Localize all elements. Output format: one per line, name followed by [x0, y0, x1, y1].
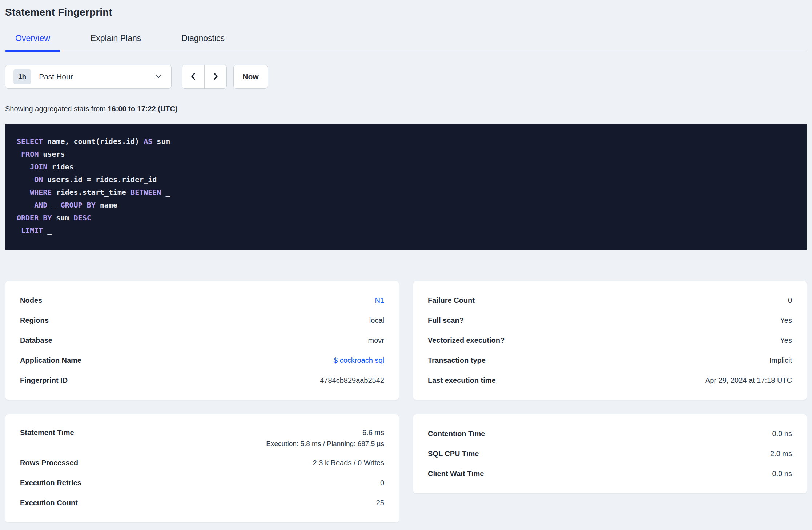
row-value-wrap: $ cockroach sql [334, 356, 384, 365]
row-label: Application Name [20, 356, 81, 365]
sql-text [17, 188, 30, 197]
row-value-wrap: Apr 29, 2024 at 17:18 UTC [705, 376, 792, 385]
row-value-wrap: 4784cb829aab2542 [320, 376, 384, 385]
row-value-wrap: 0 [788, 296, 792, 305]
sql-keyword: GROUP BY [60, 201, 95, 209]
row-value-wrap: 0 [380, 479, 384, 487]
card-statement-details: NodesN1RegionslocalDatabasemovrApplicati… [5, 281, 399, 400]
sql-text: name [96, 201, 117, 209]
next-time-button[interactable] [204, 65, 226, 88]
card-row: Vectorized execution?Yes [428, 330, 792, 350]
sql-text [17, 175, 34, 184]
sql-code-block: SELECT name, count(rides.id) AS sum FROM… [5, 124, 807, 250]
row-value: Apr 29, 2024 at 17:18 UTC [705, 376, 792, 385]
card-row: Regionslocal [20, 310, 384, 330]
cards-grid: NodesN1RegionslocalDatabasemovrApplicati… [5, 281, 807, 523]
sql-line: AND _ GROUP BY name [17, 199, 795, 212]
sql-keyword: AND [34, 201, 47, 209]
card-execution-attributes: Failure Count0Full scan?YesVectorized ex… [413, 281, 807, 400]
card-row: Client Wait Time0.0 ns [428, 464, 792, 484]
prev-time-button[interactable] [182, 65, 204, 88]
row-value: 0 [788, 296, 792, 305]
card-row: Databasemovr [20, 330, 384, 350]
row-label: Nodes [20, 296, 42, 305]
tab-explain-plans[interactable]: Explain Plans [80, 33, 151, 51]
time-range-dropdown[interactable]: 1h Past Hour [5, 65, 172, 89]
sql-keyword: BETWEEN [130, 188, 161, 197]
now-button[interactable]: Now [233, 65, 268, 89]
row-label: Full scan? [428, 316, 464, 325]
sql-keyword: ON [34, 175, 43, 184]
row-label: Transaction type [428, 356, 486, 365]
row-label: Rows Processed [20, 459, 78, 467]
card-row: Application Name$ cockroach sql [20, 350, 384, 370]
card-row: Statement Time6.6 msExecution: 5.8 ms / … [20, 424, 384, 453]
row-label: Execution Count [20, 499, 78, 507]
row-value-wrap: 25 [376, 499, 384, 507]
row-label: Client Wait Time [428, 470, 484, 478]
sql-line: WHERE rides.start_time BETWEEN _ [17, 186, 795, 199]
card-row: SQL CPU Time2.0 ms [428, 444, 792, 464]
sql-keyword: DESC [74, 213, 91, 222]
sql-keyword: ORDER BY [17, 213, 52, 222]
row-label: Last execution time [428, 376, 496, 385]
sql-text: rides [47, 162, 73, 171]
row-value-wrap: 2.0 ms [770, 450, 792, 458]
sql-text: _ [161, 188, 170, 197]
row-value: 2.3 k Reads / 0 Writes [313, 459, 384, 467]
row-value-link[interactable]: $ cockroach sql [334, 356, 384, 365]
sql-line: ORDER BY sum DESC [17, 212, 795, 224]
row-value: 6.6 ms [362, 429, 384, 437]
sql-text: users [39, 150, 65, 158]
row-value-wrap: 6.6 msExecution: 5.8 ms / Planning: 687.… [266, 429, 384, 448]
row-value: 2.0 ms [770, 450, 792, 458]
row-value: local [369, 316, 384, 325]
sql-text [17, 201, 34, 209]
row-value-wrap: 0.0 ns [772, 470, 792, 478]
row-label: Database [20, 336, 52, 345]
statement-fingerprint-page: Statement Fingerprint OverviewExplain Pl… [0, 0, 812, 523]
row-label: Fingerprint ID [20, 376, 68, 385]
row-subvalue: Execution: 5.8 ms / Planning: 687.5 µs [266, 440, 384, 448]
row-value-wrap: Yes [780, 336, 792, 345]
chevron-left-icon [189, 72, 198, 82]
card-row: Execution Count25 [20, 493, 384, 513]
row-label: Failure Count [428, 296, 475, 305]
time-nav-group [182, 65, 227, 89]
tab-diagnostics[interactable]: Diagnostics [171, 33, 235, 51]
card-row: Rows Processed2.3 k Reads / 0 Writes [20, 453, 384, 473]
sql-line: FROM users [17, 148, 795, 161]
card-row: Last execution timeApr 29, 2024 at 17:18… [428, 370, 792, 390]
sql-text: name, count(rides.id) [43, 137, 144, 146]
sql-text [17, 162, 30, 171]
sql-text [17, 150, 21, 158]
row-value-wrap: Implicit [769, 356, 792, 365]
row-label: Statement Time [20, 429, 74, 437]
tab-overview[interactable]: Overview [5, 33, 60, 51]
sql-text: _ [47, 201, 60, 209]
sql-text: users.id = rides.rider_id [43, 175, 157, 184]
sql-line: LIMIT _ [17, 224, 795, 237]
page-title: Statement Fingerprint [5, 0, 807, 18]
card-wait-times: Contention Time0.0 nsSQL CPU Time2.0 msC… [413, 414, 807, 494]
sql-keyword: JOIN [30, 162, 47, 171]
row-value-wrap: local [369, 316, 384, 325]
tabs: OverviewExplain PlansDiagnostics [5, 33, 807, 51]
row-value: 4784cb829aab2542 [320, 376, 384, 385]
row-value: 0.0 ns [772, 430, 792, 438]
sql-keyword: SELECT [17, 137, 43, 146]
row-value: Yes [780, 336, 792, 345]
card-row: Execution Retries0 [20, 473, 384, 493]
sql-line: JOIN rides [17, 161, 795, 173]
card-row: NodesN1 [20, 290, 384, 310]
sql-text [17, 226, 21, 235]
row-value: Implicit [769, 356, 792, 365]
row-label: Execution Retries [20, 479, 81, 487]
row-value-wrap: Yes [780, 316, 792, 325]
sql-keyword: FROM [21, 150, 39, 158]
row-value-link[interactable]: N1 [375, 296, 384, 305]
time-controls: 1h Past Hour Now [5, 65, 807, 89]
row-value-wrap: movr [368, 336, 384, 345]
card-row: Contention Time0.0 ns [428, 424, 792, 444]
aggregated-stats-summary: Showing aggregated stats from 16:00 to 1… [5, 105, 807, 113]
